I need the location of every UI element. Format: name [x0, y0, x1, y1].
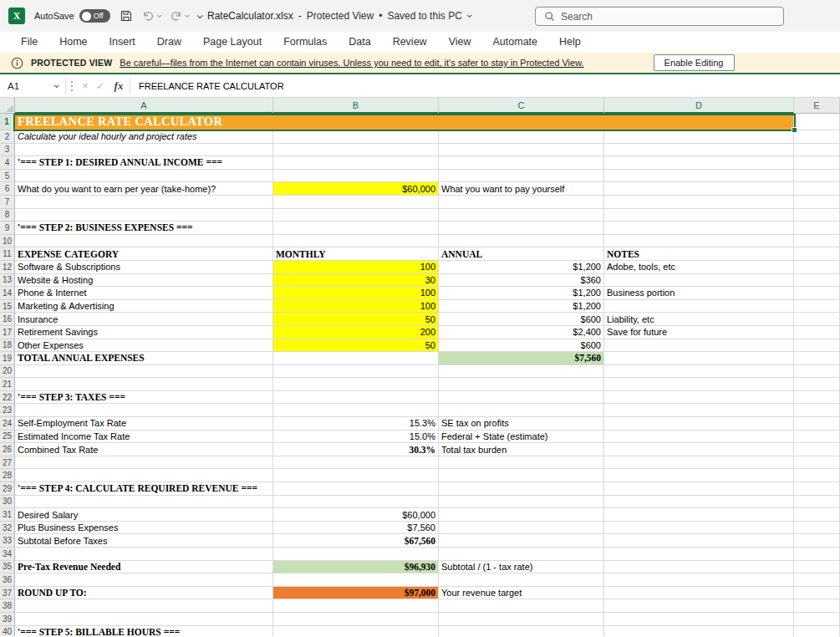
- cell-C38[interactable]: [439, 599, 604, 613]
- cell-A12[interactable]: Software & Subscriptions: [15, 261, 273, 274]
- cell-A17[interactable]: Retirement Savings: [15, 326, 273, 339]
- cell-B15[interactable]: 100: [273, 300, 439, 313]
- cell-E10[interactable]: [794, 235, 840, 248]
- cell-C32[interactable]: [439, 522, 604, 535]
- column-header-E[interactable]: E: [794, 98, 840, 114]
- menu-tab-view[interactable]: View: [438, 32, 482, 53]
- cell-A11[interactable]: EXPENSE CATEGORY: [15, 247, 273, 261]
- cell-B24[interactable]: 15.3%: [273, 417, 439, 431]
- row-header-23[interactable]: 23: [0, 404, 15, 417]
- cell-B32[interactable]: $7,560: [273, 522, 439, 535]
- cell-C16[interactable]: $600: [439, 313, 604, 326]
- enable-editing-button[interactable]: Enable Editing: [654, 54, 735, 71]
- row-header-36[interactable]: 36: [0, 573, 15, 587]
- cell-C26[interactable]: Total tax burden: [439, 443, 604, 456]
- cell-B20[interactable]: [273, 365, 439, 379]
- cell-A32[interactable]: Plus Business Expenses: [15, 522, 273, 535]
- cell-D4[interactable]: [604, 156, 794, 170]
- confirm-entry-button[interactable]: ✓: [93, 80, 108, 92]
- cell-A30[interactable]: [15, 496, 273, 509]
- cell-B34[interactable]: [273, 548, 439, 561]
- cell-D6[interactable]: [604, 182, 794, 196]
- cell-C4[interactable]: [439, 156, 604, 170]
- cell-B18[interactable]: 50: [273, 339, 439, 353]
- cell-B29[interactable]: [273, 482, 439, 496]
- cell-B10[interactable]: [273, 235, 439, 248]
- save-button[interactable]: [120, 9, 133, 23]
- cell-C37[interactable]: Your revenue target: [439, 587, 604, 600]
- cell-A24[interactable]: Self-Employment Tax Rate: [15, 417, 273, 431]
- cell-A2[interactable]: Calculate your ideal hourly and project …: [15, 130, 273, 144]
- cell-E15[interactable]: [794, 300, 840, 313]
- cell-B38[interactable]: [273, 599, 439, 613]
- cell-E18[interactable]: [794, 339, 840, 353]
- cell-D26[interactable]: [604, 443, 794, 456]
- cell-D10[interactable]: [604, 235, 794, 248]
- row-header-19[interactable]: 19: [0, 352, 15, 365]
- cell-C15[interactable]: $1,200: [439, 300, 604, 313]
- menu-tab-review[interactable]: Review: [382, 32, 438, 53]
- cell-C33[interactable]: [439, 534, 604, 548]
- cell-D32[interactable]: [604, 522, 794, 535]
- cell-B27[interactable]: [273, 456, 439, 470]
- cell-C12[interactable]: $1,200: [439, 261, 604, 274]
- cell-B17[interactable]: 200: [273, 326, 439, 339]
- cell-E28[interactable]: [794, 469, 840, 482]
- cell-D17[interactable]: Save for future: [604, 326, 794, 339]
- cell-E4[interactable]: [794, 156, 840, 170]
- cell-E5[interactable]: [794, 170, 840, 183]
- cell-A7[interactable]: [15, 196, 273, 209]
- cell-B35[interactable]: $96,930: [273, 561, 439, 574]
- cell-C34[interactable]: [439, 548, 604, 561]
- cell-B23[interactable]: [273, 404, 439, 417]
- cell-E34[interactable]: [794, 548, 840, 561]
- cell-C29[interactable]: [439, 482, 604, 496]
- row-header-33[interactable]: 33: [0, 534, 15, 548]
- cell-C9[interactable]: [439, 222, 604, 235]
- cell-D36[interactable]: [604, 573, 794, 587]
- cell-C3[interactable]: [439, 144, 604, 157]
- column-header-C[interactable]: C: [439, 98, 604, 114]
- row-header-37[interactable]: 37: [0, 587, 15, 600]
- cell-E38[interactable]: [794, 599, 840, 613]
- row-header-9[interactable]: 9: [0, 222, 15, 235]
- cell-C27[interactable]: [439, 456, 604, 470]
- row-header-22[interactable]: 22: [0, 391, 15, 405]
- cell-B12[interactable]: 100: [273, 261, 439, 274]
- cell-D37[interactable]: [604, 587, 794, 600]
- row-header-30[interactable]: 30: [0, 496, 15, 509]
- menu-tab-file[interactable]: File: [10, 32, 48, 53]
- cell-A27[interactable]: [15, 456, 273, 470]
- cell-A29[interactable]: '=== STEP 4: CALCULATE REQUIRED REVENUE …: [15, 482, 273, 496]
- column-header-D[interactable]: D: [604, 98, 794, 114]
- cell-C25[interactable]: Federal + State (estimate): [439, 431, 604, 444]
- cell-A19[interactable]: TOTAL ANNUAL EXPENSES: [15, 352, 273, 365]
- cell-D40[interactable]: [604, 626, 794, 636]
- row-header-2[interactable]: 2: [0, 130, 15, 144]
- cell-E24[interactable]: [794, 417, 840, 431]
- cell-D16[interactable]: Liability, etc: [604, 313, 794, 326]
- cell-E20[interactable]: [794, 365, 840, 379]
- cell-C22[interactable]: [439, 391, 604, 405]
- menu-tab-help[interactable]: Help: [548, 32, 592, 53]
- column-header-A[interactable]: A: [15, 98, 273, 114]
- menu-tab-home[interactable]: Home: [48, 32, 98, 53]
- row-header-13[interactable]: 13: [0, 274, 15, 288]
- cell-C39[interactable]: [439, 613, 604, 626]
- cell-E3[interactable]: [794, 144, 840, 157]
- row-header-5[interactable]: 5: [0, 170, 15, 183]
- cell-D29[interactable]: [604, 482, 794, 496]
- cell-C8[interactable]: [439, 209, 604, 222]
- cell-A23[interactable]: [15, 404, 273, 417]
- row-header-24[interactable]: 24: [0, 417, 15, 431]
- cell-B5[interactable]: [273, 170, 439, 183]
- cell-E31[interactable]: [794, 508, 840, 522]
- cell-A39[interactable]: [15, 613, 273, 626]
- qat-customize-button[interactable]: [197, 14, 201, 18]
- cell-B11[interactable]: MONTHLY: [273, 247, 439, 261]
- row-header-21[interactable]: 21: [0, 378, 15, 391]
- cell-A37[interactable]: ROUND UP TO:: [15, 587, 273, 600]
- cell-C18[interactable]: $600: [439, 339, 604, 353]
- cell-E39[interactable]: [794, 613, 840, 626]
- cell-C31[interactable]: [439, 508, 604, 522]
